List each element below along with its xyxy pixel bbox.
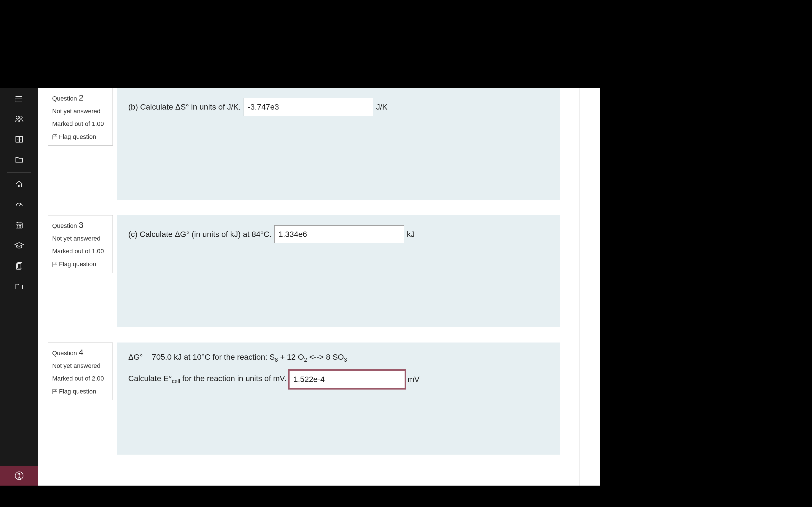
accessibility-button[interactable] bbox=[0, 466, 38, 486]
unit-label: J/K bbox=[376, 103, 388, 112]
svg-point-22 bbox=[20, 227, 21, 227]
prompt-text: (c) Calculate ΔG° (in units of kJ) at 84… bbox=[128, 230, 271, 239]
question-title-prefix: Question bbox=[52, 95, 79, 102]
right-gutter bbox=[579, 88, 580, 486]
book-icon[interactable] bbox=[0, 130, 38, 151]
unit-label: mV bbox=[408, 375, 419, 384]
question-marked: Marked out of 2.00 bbox=[52, 374, 109, 383]
sidebar-divider bbox=[7, 172, 31, 173]
app-viewport: Question 2 Not yet answered Marked out o… bbox=[0, 88, 600, 486]
files-icon[interactable] bbox=[0, 256, 38, 277]
marked-prefix: Marked out of bbox=[52, 120, 92, 127]
marked-value: 1.00 bbox=[92, 120, 104, 127]
svg-point-21 bbox=[19, 227, 19, 227]
svg-point-20 bbox=[17, 227, 18, 227]
svg-point-19 bbox=[20, 225, 21, 226]
flag-icon bbox=[52, 262, 57, 267]
marked-value: 1.00 bbox=[92, 247, 104, 255]
answer-input[interactable] bbox=[274, 225, 404, 243]
home-icon[interactable] bbox=[0, 174, 38, 195]
question-title: Question 2 bbox=[52, 92, 109, 104]
grad-cap-icon[interactable] bbox=[0, 236, 38, 256]
flag-icon bbox=[52, 134, 57, 140]
question-panel: (c) Calculate ΔG° (in units of kJ) at 84… bbox=[117, 215, 560, 327]
answer-input[interactable] bbox=[244, 98, 373, 116]
svg-point-6 bbox=[16, 116, 19, 119]
calendar-icon[interactable] bbox=[0, 216, 38, 236]
question-marked: Marked out of 1.00 bbox=[52, 119, 109, 128]
question-title: Question 3 bbox=[52, 219, 109, 231]
speedometer-icon[interactable] bbox=[0, 195, 38, 216]
question-row-4: Question 4 Not yet answered Marked out o… bbox=[48, 342, 582, 470]
list-icon[interactable] bbox=[0, 90, 38, 109]
folder2-icon[interactable] bbox=[0, 277, 38, 297]
marked-prefix: Marked out of bbox=[52, 375, 92, 382]
question-info-card: Question 4 Not yet answered Marked out o… bbox=[48, 342, 113, 400]
content-column: Question 2 Not yet answered Marked out o… bbox=[48, 88, 582, 486]
svg-point-26 bbox=[18, 473, 20, 474]
marked-value: 2.00 bbox=[92, 375, 104, 382]
question-status: Not yet answered bbox=[52, 107, 109, 116]
svg-point-7 bbox=[19, 116, 22, 119]
flag-question-link[interactable]: Flag question bbox=[52, 132, 109, 142]
prompt-line2: Calculate E°cell for the reaction in uni… bbox=[128, 374, 287, 385]
question-status: Not yet answered bbox=[52, 361, 109, 371]
flag-question-link[interactable]: Flag question bbox=[52, 387, 109, 396]
flag-icon bbox=[52, 389, 57, 394]
svg-point-17 bbox=[17, 225, 18, 226]
svg-point-18 bbox=[19, 225, 19, 226]
question-title-prefix: Question bbox=[52, 349, 79, 356]
question-number: 4 bbox=[79, 348, 84, 357]
flag-label: Flag question bbox=[59, 261, 96, 268]
question-row-3: Question 3 Not yet answered Marked out o… bbox=[48, 215, 582, 342]
unit-label: kJ bbox=[407, 230, 415, 239]
question-number: 3 bbox=[79, 220, 84, 230]
folder-icon[interactable] bbox=[0, 151, 38, 170]
marked-prefix: Marked out of bbox=[52, 247, 92, 255]
question-title: Question 4 bbox=[52, 346, 109, 358]
question-info-card: Question 2 Not yet answered Marked out o… bbox=[48, 88, 113, 146]
question-info-card: Question 3 Not yet answered Marked out o… bbox=[48, 215, 113, 273]
svg-line-12 bbox=[19, 204, 21, 206]
prompt-line1: ΔG° = 705.0 kJ at 10°C for the reaction:… bbox=[128, 353, 347, 363]
question-panel: (b) Calculate ΔS° in units of J/K. J/K bbox=[117, 88, 560, 200]
question-status: Not yet answered bbox=[52, 234, 109, 243]
question-number: 2 bbox=[79, 93, 84, 102]
question-marked: Marked out of 1.00 bbox=[52, 247, 109, 256]
group-icon[interactable] bbox=[0, 109, 38, 130]
flag-label: Flag question bbox=[59, 133, 96, 140]
question-panel: ΔG° = 705.0 kJ at 10°C for the reaction:… bbox=[117, 342, 560, 455]
answer-input[interactable] bbox=[289, 371, 405, 388]
question-row-2: Question 2 Not yet answered Marked out o… bbox=[48, 88, 582, 215]
sidebar bbox=[0, 88, 38, 486]
page: Question 2 Not yet answered Marked out o… bbox=[38, 88, 600, 486]
prompt-text: (b) Calculate ΔS° in units of J/K. bbox=[128, 103, 241, 112]
flag-question-link[interactable]: Flag question bbox=[52, 260, 109, 269]
question-title-prefix: Question bbox=[52, 222, 79, 229]
flag-label: Flag question bbox=[59, 388, 96, 395]
